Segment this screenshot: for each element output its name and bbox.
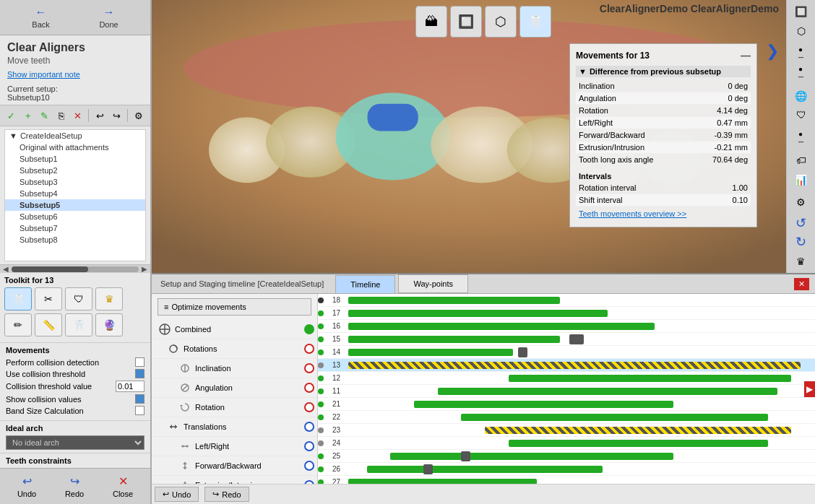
ideal-arch-select[interactable]: No ideal arch bbox=[6, 435, 145, 450]
tree-root[interactable]: ▼ CreateIdealSetup bbox=[5, 130, 145, 142]
view-btn-2[interactable]: 🔲 bbox=[450, 6, 482, 38]
rownum-11: 11 bbox=[326, 387, 343, 395]
combined-circle bbox=[304, 324, 314, 334]
right-icons-panel: 🔲 ⬡ ●─ ●─ 🌐 🛡 ●─ 🏷 📊 ⚙ ↺ ↻ ♛ bbox=[786, 0, 815, 273]
scroll-right-arrow[interactable]: ▶ bbox=[804, 381, 815, 397]
tab-timeline[interactable]: Timeline bbox=[335, 275, 395, 293]
toolkit-ruler-btn[interactable]: 📏 bbox=[35, 313, 62, 336]
ri-icon-7[interactable]: ⚙ bbox=[789, 194, 814, 211]
tree-item[interactable]: Subsetup7 bbox=[5, 222, 145, 234]
undo-button[interactable]: ↩ Undo bbox=[13, 473, 40, 500]
back-button[interactable]: ← Back bbox=[26, 4, 55, 30]
tm-rotation[interactable]: Rotation bbox=[152, 398, 317, 417]
view-btn-1[interactable]: 🏔 bbox=[415, 6, 447, 38]
tm-inclination[interactable]: Inclination bbox=[152, 359, 317, 378]
show-collision-row: Show collision values bbox=[6, 394, 145, 404]
tree-scrollbar[interactable]: ◀ ▶ bbox=[0, 264, 150, 273]
ri-icon-9[interactable]: ↻ bbox=[789, 233, 814, 251]
dot-15 bbox=[318, 336, 324, 342]
movements-tree: Combined Rotations bbox=[152, 320, 317, 484]
tm-leftright[interactable]: Left/Right bbox=[152, 437, 317, 456]
tm-forwardbackward[interactable]: Forward/Backward bbox=[152, 456, 317, 476]
bar-26b bbox=[423, 464, 433, 474]
chart-row-15: 15 bbox=[318, 333, 815, 346]
toolkit-pencil-btn[interactable]: ✏ bbox=[4, 313, 32, 336]
chart-row-22: 22 bbox=[318, 411, 815, 424]
tree-item[interactable]: Original with attachments bbox=[5, 142, 145, 153]
tree-item[interactable]: Subsetup1 bbox=[5, 153, 145, 165]
edit-icon[interactable]: ✎ bbox=[38, 108, 52, 123]
ri-icon-5[interactable]: 🏷 bbox=[789, 152, 814, 169]
close-button[interactable]: ✕ Close bbox=[108, 473, 137, 500]
ri-icon-4[interactable]: 🛡 bbox=[789, 106, 814, 123]
tm-translations[interactable]: Translations bbox=[152, 417, 317, 437]
collision-threshold-checkbox[interactable] bbox=[135, 369, 145, 378]
ri-icon-2[interactable]: ⬡ bbox=[789, 22, 814, 39]
show-collision-checkbox[interactable] bbox=[135, 394, 145, 404]
tm-combined[interactable]: Combined bbox=[152, 320, 317, 339]
toolkit-crown-btn[interactable]: ♛ bbox=[95, 287, 123, 310]
svg-marker-20 bbox=[175, 425, 177, 429]
view-btn-3[interactable]: ⬡ bbox=[485, 6, 517, 38]
view-btn-4[interactable]: 🦷 bbox=[519, 6, 551, 38]
forwardbackward-icon bbox=[178, 459, 192, 473]
collision-detect-checkbox[interactable] bbox=[135, 357, 145, 367]
tm-angulation[interactable]: Angulation bbox=[152, 378, 317, 398]
undo-action-icon[interactable]: ↩ bbox=[92, 108, 107, 123]
tree-item-subsetup5[interactable]: Subsetup5 bbox=[5, 199, 145, 211]
bar-area-23 bbox=[343, 424, 815, 437]
timeline-close-button[interactable]: ✕ bbox=[794, 278, 809, 290]
inclination-label: Inclination bbox=[195, 364, 304, 373]
movements-panel-close[interactable]: — bbox=[741, 50, 751, 61]
ri-icon-10[interactable]: ♛ bbox=[789, 253, 814, 270]
tree-item[interactable]: Subsetup8 bbox=[5, 234, 145, 246]
ri-slider-1[interactable]: ●─ bbox=[789, 45, 814, 62]
collision-detect-row: Perform collision detection bbox=[6, 357, 145, 367]
tree-item[interactable]: Subsetup2 bbox=[5, 165, 145, 176]
toolkit-move-btn[interactable]: 🦷 bbox=[4, 287, 32, 310]
tree-item[interactable]: Subsetup4 bbox=[5, 188, 145, 199]
ri-slider-3[interactable]: ●─ bbox=[789, 129, 814, 146]
redo-action-icon[interactable]: ↪ bbox=[109, 108, 124, 123]
tree-item[interactable]: Subsetup3 bbox=[5, 176, 145, 188]
mp-row-rotation: Rotation 4.14 deg bbox=[576, 105, 751, 117]
tm-rotations[interactable]: Rotations bbox=[152, 339, 317, 359]
toolkit-tooth2-btn[interactable]: 🦷 bbox=[65, 313, 92, 336]
delete-icon[interactable]: ✕ bbox=[71, 108, 85, 123]
ri-icon-3[interactable]: 🌐 bbox=[789, 87, 814, 104]
ri-icon-1[interactable]: 🔲 bbox=[789, 3, 814, 20]
toolkit-misc-btn[interactable]: 🔮 bbox=[95, 313, 123, 336]
rownum-13: 13 bbox=[326, 361, 343, 369]
back-icon: ← bbox=[35, 6, 47, 19]
leftright-label: Left/Right bbox=[195, 442, 304, 451]
ri-icon-6[interactable]: 📊 bbox=[789, 171, 814, 188]
add-icon[interactable]: + bbox=[21, 108, 35, 123]
tab-waypoints[interactable]: Way-points bbox=[398, 274, 468, 293]
undo-tl-icon: ↩ bbox=[163, 490, 169, 499]
dot-16 bbox=[318, 323, 324, 329]
viewport: ❯ Movements for 13 — ▼ Difference from p… bbox=[152, 0, 815, 273]
ri-icon-8[interactable]: ↺ bbox=[789, 214, 814, 232]
show-note-link[interactable]: Show important note bbox=[0, 69, 150, 80]
ri-slider-2[interactable]: ●─ bbox=[789, 64, 814, 82]
band-size-checkbox[interactable] bbox=[135, 406, 145, 415]
timeline-redo-button[interactable]: ↪ Redo bbox=[204, 487, 249, 502]
toolkit-cut-btn[interactable]: ✂ bbox=[35, 287, 62, 310]
dot-18 bbox=[318, 297, 324, 303]
tm-extrusion[interactable]: Extrusion/Intrusion bbox=[152, 476, 317, 484]
settings-icon[interactable]: ⚙ bbox=[131, 108, 146, 123]
timeline-chart-area[interactable]: 18 17 bbox=[318, 294, 815, 484]
rownum-26: 26 bbox=[326, 465, 343, 473]
check-icon[interactable]: ✓ bbox=[4, 108, 19, 123]
redo-button[interactable]: ↪ Redo bbox=[61, 473, 88, 500]
optimize-button[interactable]: ≡ Optimize movements bbox=[158, 298, 311, 316]
copy-icon[interactable]: ⎘ bbox=[54, 108, 69, 123]
nav-forward-button[interactable]: ❯ bbox=[766, 42, 779, 61]
timeline-undo-button[interactable]: ↩ Undo bbox=[155, 487, 199, 502]
close-label: Close bbox=[113, 490, 133, 498]
teeth-movements-link[interactable]: Teeth movements overview >> bbox=[576, 207, 751, 221]
tree-item[interactable]: Subsetup6 bbox=[5, 211, 145, 222]
threshold-input[interactable] bbox=[116, 381, 145, 392]
toolkit-shield-btn[interactable]: 🛡 bbox=[65, 287, 92, 310]
done-button[interactable]: → Done bbox=[93, 4, 124, 30]
